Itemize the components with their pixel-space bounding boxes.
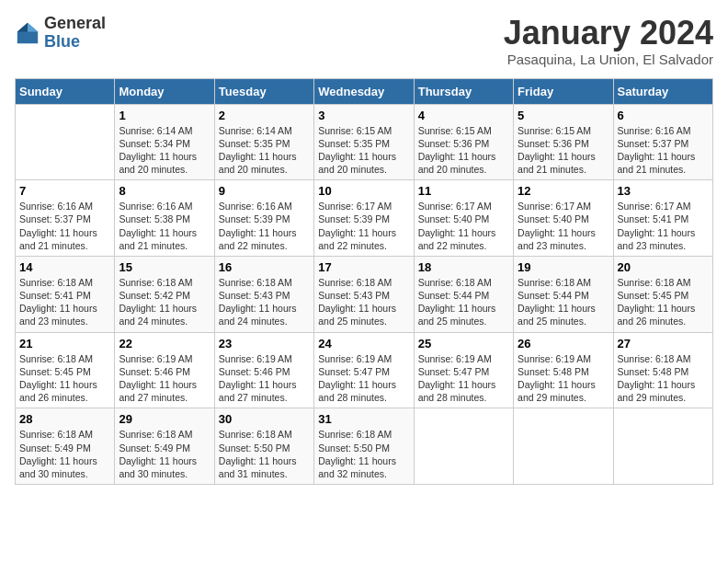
calendar-cell: 1Sunrise: 6:14 AMSunset: 5:34 PMDaylight… <box>115 104 214 180</box>
day-info: Sunrise: 6:16 AMSunset: 5:37 PMDaylight:… <box>19 200 110 252</box>
day-number: 3 <box>318 109 409 122</box>
calendar-cell <box>514 408 613 485</box>
day-info: Sunrise: 6:18 AMSunset: 5:42 PMDaylight:… <box>119 276 210 328</box>
calendar-cell: 19Sunrise: 6:18 AMSunset: 5:44 PMDayligh… <box>514 256 613 332</box>
day-info: Sunrise: 6:18 AMSunset: 5:45 PMDaylight:… <box>618 276 709 328</box>
day-number: 6 <box>618 109 709 122</box>
calendar-cell: 27Sunrise: 6:18 AMSunset: 5:48 PMDayligh… <box>613 332 712 408</box>
calendar-cell: 3Sunrise: 6:15 AMSunset: 5:35 PMDaylight… <box>314 104 414 180</box>
day-info: Sunrise: 6:17 AMSunset: 5:41 PMDaylight:… <box>618 200 709 252</box>
logo-icon <box>15 20 40 46</box>
day-number: 18 <box>418 260 509 274</box>
weekday-header-saturday: Saturday <box>613 78 712 104</box>
day-number: 21 <box>19 337 110 350</box>
day-info: Sunrise: 6:18 AMSunset: 5:41 PMDaylight:… <box>19 276 110 328</box>
day-info: Sunrise: 6:18 AMSunset: 5:43 PMDaylight:… <box>219 276 310 328</box>
day-info: Sunrise: 6:17 AMSunset: 5:40 PMDaylight:… <box>418 200 509 252</box>
calendar-table: SundayMondayTuesdayWednesdayThursdayFrid… <box>15 78 713 485</box>
day-number: 11 <box>418 184 509 198</box>
day-number: 25 <box>418 337 509 350</box>
weekday-header-monday: Monday <box>115 78 214 104</box>
day-number: 5 <box>518 109 609 122</box>
svg-marker-2 <box>17 23 28 32</box>
calendar-cell: 11Sunrise: 6:17 AMSunset: 5:40 PMDayligh… <box>414 180 513 257</box>
logo: General Blue <box>15 15 106 52</box>
logo-general: General <box>44 14 106 32</box>
calendar-cell: 24Sunrise: 6:19 AMSunset: 5:47 PMDayligh… <box>314 332 414 408</box>
day-info: Sunrise: 6:19 AMSunset: 5:46 PMDaylight:… <box>219 352 310 405</box>
svg-marker-1 <box>28 23 38 32</box>
calendar-cell: 7Sunrise: 6:16 AMSunset: 5:37 PMDaylight… <box>16 180 115 257</box>
day-info: Sunrise: 6:18 AMSunset: 5:48 PMDaylight:… <box>618 352 709 405</box>
calendar-cell: 12Sunrise: 6:17 AMSunset: 5:40 PMDayligh… <box>514 180 613 257</box>
calendar-cell: 14Sunrise: 6:18 AMSunset: 5:41 PMDayligh… <box>16 256 115 332</box>
calendar-week-row: 14Sunrise: 6:18 AMSunset: 5:41 PMDayligh… <box>16 256 713 332</box>
day-number: 29 <box>119 412 210 426</box>
day-info: Sunrise: 6:16 AMSunset: 5:38 PMDaylight:… <box>119 200 210 252</box>
weekday-header-sunday: Sunday <box>16 78 115 104</box>
logo-blue: Blue <box>44 32 80 51</box>
day-number: 16 <box>219 260 310 274</box>
day-info: Sunrise: 6:19 AMSunset: 5:48 PMDaylight:… <box>518 352 609 405</box>
calendar-cell: 25Sunrise: 6:19 AMSunset: 5:47 PMDayligh… <box>414 332 513 408</box>
calendar-cell: 10Sunrise: 6:17 AMSunset: 5:39 PMDayligh… <box>314 180 414 257</box>
calendar-cell: 31Sunrise: 6:18 AMSunset: 5:50 PMDayligh… <box>314 408 414 485</box>
day-info: Sunrise: 6:16 AMSunset: 5:39 PMDaylight:… <box>219 200 310 252</box>
calendar-body: 1Sunrise: 6:14 AMSunset: 5:34 PMDaylight… <box>16 104 713 484</box>
calendar-week-row: 1Sunrise: 6:14 AMSunset: 5:34 PMDaylight… <box>16 104 713 180</box>
calendar-cell: 23Sunrise: 6:19 AMSunset: 5:46 PMDayligh… <box>214 332 313 408</box>
calendar-cell: 29Sunrise: 6:18 AMSunset: 5:49 PMDayligh… <box>115 408 214 485</box>
day-info: Sunrise: 6:14 AMSunset: 5:35 PMDaylight:… <box>219 124 310 177</box>
calendar-cell: 17Sunrise: 6:18 AMSunset: 5:43 PMDayligh… <box>314 256 414 332</box>
day-info: Sunrise: 6:15 AMSunset: 5:35 PMDaylight:… <box>318 124 409 177</box>
day-number: 22 <box>119 337 210 350</box>
day-info: Sunrise: 6:18 AMSunset: 5:49 PMDaylight:… <box>19 428 110 480</box>
day-info: Sunrise: 6:15 AMSunset: 5:36 PMDaylight:… <box>418 124 509 177</box>
day-number: 2 <box>219 109 310 122</box>
day-number: 1 <box>119 109 210 122</box>
calendar-cell: 15Sunrise: 6:18 AMSunset: 5:42 PMDayligh… <box>115 256 214 332</box>
day-info: Sunrise: 6:14 AMSunset: 5:34 PMDaylight:… <box>119 124 210 177</box>
calendar-cell: 2Sunrise: 6:14 AMSunset: 5:35 PMDaylight… <box>214 104 313 180</box>
day-number: 10 <box>318 184 409 198</box>
day-number: 24 <box>318 337 409 350</box>
day-info: Sunrise: 6:18 AMSunset: 5:44 PMDaylight:… <box>418 276 509 328</box>
weekday-header-thursday: Thursday <box>414 78 513 104</box>
day-number: 13 <box>618 184 709 198</box>
calendar-cell: 4Sunrise: 6:15 AMSunset: 5:36 PMDaylight… <box>414 104 513 180</box>
day-number: 27 <box>618 337 709 350</box>
header: General Blue January 2024 Pasaquina, La … <box>15 15 713 67</box>
day-info: Sunrise: 6:18 AMSunset: 5:49 PMDaylight:… <box>119 428 210 480</box>
calendar-cell: 9Sunrise: 6:16 AMSunset: 5:39 PMDaylight… <box>214 180 313 257</box>
logo-text: General Blue <box>44 15 106 52</box>
calendar-cell: 22Sunrise: 6:19 AMSunset: 5:46 PMDayligh… <box>115 332 214 408</box>
calendar-cell: 20Sunrise: 6:18 AMSunset: 5:45 PMDayligh… <box>613 256 712 332</box>
weekday-header-row: SundayMondayTuesdayWednesdayThursdayFrid… <box>16 78 713 104</box>
calendar-week-row: 28Sunrise: 6:18 AMSunset: 5:49 PMDayligh… <box>16 408 713 485</box>
day-info: Sunrise: 6:18 AMSunset: 5:43 PMDaylight:… <box>318 276 409 328</box>
day-number: 14 <box>19 260 110 274</box>
day-number: 26 <box>518 337 609 350</box>
calendar-cell: 6Sunrise: 6:16 AMSunset: 5:37 PMDaylight… <box>613 104 712 180</box>
day-number: 28 <box>19 412 110 426</box>
day-info: Sunrise: 6:19 AMSunset: 5:46 PMDaylight:… <box>119 352 210 405</box>
day-info: Sunrise: 6:18 AMSunset: 5:50 PMDaylight:… <box>318 428 409 480</box>
calendar-cell: 30Sunrise: 6:18 AMSunset: 5:50 PMDayligh… <box>214 408 313 485</box>
day-number: 15 <box>119 260 210 274</box>
day-number: 8 <box>119 184 210 198</box>
calendar-subtitle: Pasaquina, La Union, El Salvador <box>504 52 713 67</box>
calendar-cell: 28Sunrise: 6:18 AMSunset: 5:49 PMDayligh… <box>16 408 115 485</box>
day-number: 17 <box>318 260 409 274</box>
day-info: Sunrise: 6:16 AMSunset: 5:37 PMDaylight:… <box>618 124 709 177</box>
day-number: 30 <box>219 412 310 426</box>
calendar-cell: 8Sunrise: 6:16 AMSunset: 5:38 PMDaylight… <box>115 180 214 257</box>
weekday-header-wednesday: Wednesday <box>314 78 414 104</box>
day-number: 12 <box>518 184 609 198</box>
calendar-cell: 26Sunrise: 6:19 AMSunset: 5:48 PMDayligh… <box>514 332 613 408</box>
calendar-week-row: 7Sunrise: 6:16 AMSunset: 5:37 PMDaylight… <box>16 180 713 257</box>
day-number: 31 <box>318 412 409 426</box>
calendar-title: January 2024 <box>504 15 713 52</box>
day-number: 19 <box>518 260 609 274</box>
weekday-header-friday: Friday <box>514 78 613 104</box>
day-info: Sunrise: 6:18 AMSunset: 5:45 PMDaylight:… <box>19 352 110 405</box>
